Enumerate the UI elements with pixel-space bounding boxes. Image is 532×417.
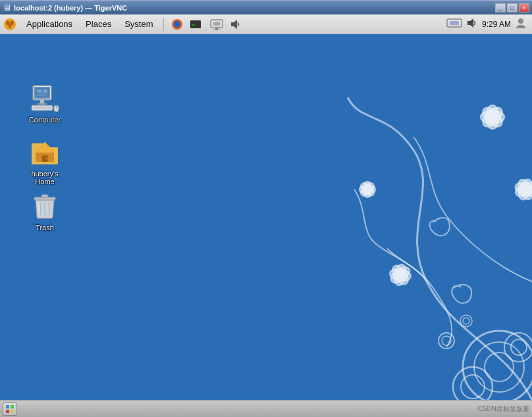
- volume-icon[interactable]: [466, 17, 478, 32]
- svg-rect-80: [6, 410, 9, 413]
- svg-point-52: [364, 186, 371, 193]
- svg-rect-9: [213, 22, 220, 26]
- sound-icon[interactable]: [227, 16, 243, 32]
- menubar-left: Applications Places System >_: [3, 16, 446, 32]
- menu-places[interactable]: Places: [80, 18, 117, 30]
- svg-marker-12: [231, 20, 237, 29]
- svg-rect-74: [41, 195, 48, 197]
- svg-rect-81: [11, 410, 14, 413]
- network-status-icon: [446, 17, 462, 32]
- trash-label: Trash: [36, 224, 54, 232]
- watermark: CSDN@标签版重: [478, 405, 530, 414]
- titlebar-icon: 🖥: [3, 3, 11, 12]
- svg-rect-55: [40, 100, 44, 103]
- minimize-button[interactable]: _: [495, 3, 506, 12]
- svg-point-26: [460, 315, 472, 327]
- svg-rect-14: [450, 21, 459, 25]
- svg-rect-79: [11, 405, 14, 408]
- svg-point-3: [9, 24, 11, 28]
- svg-point-72: [46, 159, 47, 160]
- svg-point-23: [511, 339, 527, 355]
- titlebar-buttons: _ □ ×: [495, 3, 529, 12]
- taskbar-launch-button[interactable]: [3, 403, 17, 416]
- user-icon[interactable]: [515, 17, 527, 32]
- terminal-icon[interactable]: >_: [188, 16, 203, 32]
- floral-decoration: [255, 84, 532, 400]
- menu-system[interactable]: System: [119, 18, 158, 30]
- svg-marker-15: [467, 18, 473, 28]
- titlebar-title: localhost:2 (hubery) — TigerVNC: [14, 4, 495, 12]
- home-label: hubery's Home: [21, 170, 68, 185]
- taskbar-left: [3, 403, 17, 416]
- svg-point-18: [474, 342, 524, 392]
- svg-rect-64: [37, 94, 47, 96]
- svg-point-37: [488, 112, 497, 122]
- svg-rect-73: [34, 197, 55, 200]
- clock: 9:29 AM: [482, 20, 511, 29]
- desktop-icon-trash[interactable]: Trash: [18, 187, 71, 234]
- svg-point-5: [174, 21, 180, 28]
- svg-point-16: [518, 18, 523, 24]
- svg-rect-63: [43, 89, 47, 93]
- svg-point-21: [461, 375, 485, 399]
- titlebar: 🖥 localhost:2 (hubery) — TigerVNC _ □ ×: [0, 0, 532, 14]
- browser-icon[interactable]: [169, 16, 185, 32]
- network-icon[interactable]: [209, 16, 225, 32]
- svg-rect-62: [37, 89, 41, 93]
- desktop-icon-computer[interactable]: Computer: [18, 79, 71, 126]
- close-button[interactable]: ×: [519, 3, 529, 12]
- gnome-logo: [3, 17, 17, 32]
- svg-rect-10: [215, 28, 218, 30]
- separator: [163, 18, 164, 31]
- taskbar-right: CSDN@标签版重: [478, 405, 530, 414]
- svg-point-47: [396, 271, 404, 279]
- menubar-right: 9:29 AM: [446, 17, 529, 32]
- home-icon-image: [29, 135, 61, 167]
- svg-point-20: [453, 367, 492, 400]
- desktop-icon-home[interactable]: hubery's Home: [18, 133, 71, 188]
- svg-point-42: [521, 185, 529, 193]
- menu-applications[interactable]: Applications: [21, 18, 78, 30]
- svg-point-17: [463, 331, 532, 400]
- desktop: Computer hubery's Home: [0, 34, 532, 400]
- svg-rect-58: [33, 107, 51, 109]
- maximize-button[interactable]: □: [507, 3, 518, 12]
- trash-icon-image: [29, 189, 61, 221]
- svg-point-27: [463, 318, 469, 324]
- menubar: Applications Places System >_: [0, 14, 532, 34]
- svg-rect-11: [213, 30, 220, 30]
- computer-label: Computer: [29, 116, 61, 124]
- svg-rect-78: [6, 405, 9, 408]
- computer-icon-image: [29, 82, 61, 113]
- taskbar: CSDN@标签版重: [0, 400, 532, 417]
- svg-text:>_: >_: [192, 22, 198, 28]
- svg-rect-56: [38, 103, 47, 105]
